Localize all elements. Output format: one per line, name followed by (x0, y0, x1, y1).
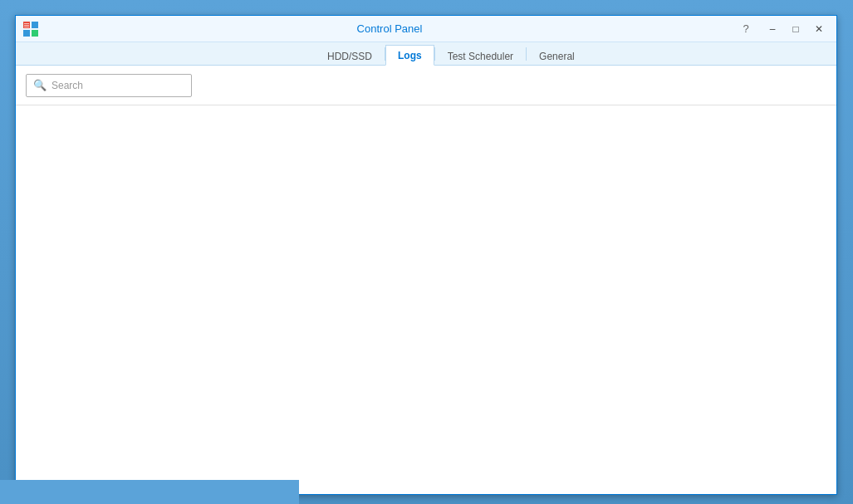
taskbar-strip (0, 480, 299, 504)
title-bar: Control Panel ? – □ ✕ (16, 16, 836, 42)
search-box: 🔍 (26, 74, 192, 97)
content-area (16, 105, 836, 494)
svg-rect-1 (32, 22, 38, 28)
control-panel-window: Control Panel ? – □ ✕ HDD/SSD Logs Test … (15, 15, 837, 495)
close-button[interactable]: ✕ (808, 19, 830, 39)
tab-logs[interactable]: Logs (385, 45, 434, 66)
help-button[interactable]: ? (735, 19, 757, 39)
toolbar: 🔍 (16, 66, 836, 105)
window-controls: ? – □ ✕ (735, 19, 830, 39)
tab-test-scheduler[interactable]: Test Scheduler (435, 46, 526, 66)
app-icon (22, 21, 39, 37)
window-title: Control Panel (44, 22, 735, 35)
svg-rect-4 (24, 23, 29, 24)
minimize-button[interactable]: – (762, 19, 783, 39)
svg-rect-5 (24, 25, 29, 26)
maximize-button[interactable]: □ (785, 19, 806, 39)
search-icon: 🔍 (33, 79, 47, 91)
tab-bar: HDD/SSD Logs Test Scheduler General (16, 42, 836, 66)
svg-rect-2 (23, 30, 30, 37)
tab-hdd-ssd[interactable]: HDD/SSD (315, 46, 385, 66)
search-input[interactable] (51, 80, 184, 91)
svg-rect-3 (32, 30, 38, 37)
svg-rect-6 (24, 27, 29, 27)
tab-general[interactable]: General (527, 46, 587, 66)
